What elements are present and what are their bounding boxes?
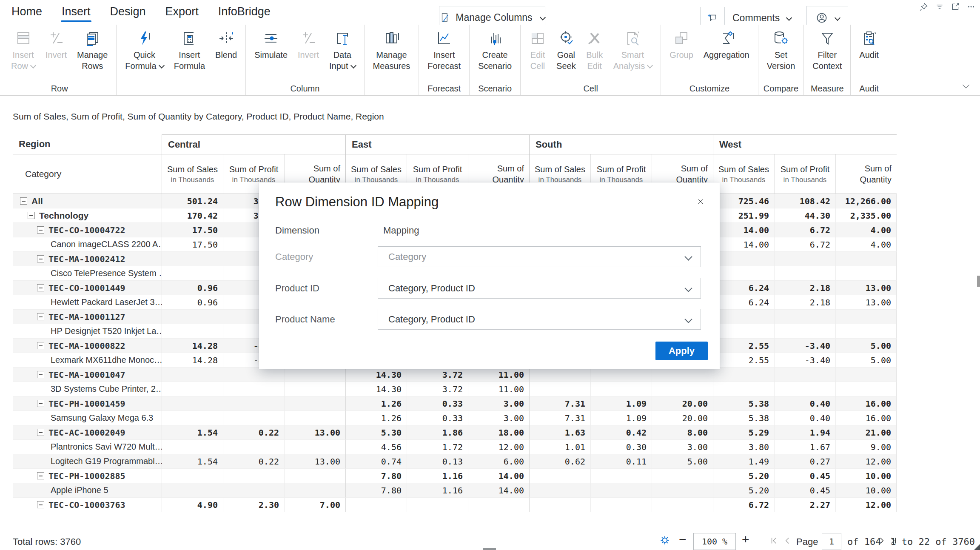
- data-cell[interactable]: [713, 310, 774, 324]
- previous-page-icon[interactable]: [783, 536, 792, 545]
- data-cell[interactable]: [713, 266, 774, 281]
- gear-icon[interactable]: [658, 534, 671, 547]
- collapse-toggle-icon[interactable]: [37, 429, 44, 436]
- zoom-level-input[interactable]: [693, 533, 736, 550]
- data-cell[interactable]: [162, 324, 223, 339]
- more-dots-icon[interactable]: [966, 2, 976, 11]
- data-cell[interactable]: [590, 498, 652, 512]
- data-cell[interactable]: [284, 440, 345, 454]
- data-cell[interactable]: [162, 382, 223, 396]
- collapse-toggle-icon[interactable]: [37, 342, 44, 349]
- row-header[interactable]: 3D Systems Cube Printer, 2…: [13, 382, 162, 396]
- row-header[interactable]: Hewlett Packard LaserJet 3…: [13, 295, 162, 310]
- data-cell[interactable]: 2,335.00: [835, 208, 897, 223]
- data-cell[interactable]: 13.00: [284, 425, 345, 440]
- data-cell[interactable]: 1.16: [407, 469, 468, 483]
- data-cell[interactable]: 20.00: [652, 411, 713, 425]
- data-cell[interactable]: 0.22: [223, 425, 284, 440]
- data-cell[interactable]: 4.00: [835, 223, 897, 237]
- data-cell[interactable]: 1.09: [590, 411, 652, 425]
- data-cell[interactable]: [590, 368, 652, 382]
- data-cell[interactable]: 17.50: [162, 237, 223, 252]
- data-cell[interactable]: 3.00: [652, 440, 713, 454]
- collapse-toggle-icon[interactable]: [37, 472, 44, 479]
- collapse-toggle-icon[interactable]: [37, 400, 44, 407]
- data-cell[interactable]: [652, 469, 713, 483]
- data-cell[interactable]: [652, 498, 713, 512]
- data-cell[interactable]: 2.30: [223, 498, 284, 512]
- data-cell[interactable]: 14.28: [162, 353, 223, 368]
- data-cell[interactable]: 14.00: [468, 469, 529, 483]
- data-cell[interactable]: [590, 469, 652, 483]
- mapping-select[interactable]: Category, Product ID: [378, 278, 701, 299]
- menu-tab-design[interactable]: Design: [109, 1, 147, 24]
- data-cell[interactable]: 14.00: [713, 223, 774, 237]
- data-cell[interactable]: [835, 324, 897, 339]
- data-cell[interactable]: 4.56: [345, 440, 407, 454]
- row-header[interactable]: TEC-PH-10002885: [13, 469, 162, 483]
- data-cell[interactable]: 12.00: [835, 454, 897, 469]
- row-header[interactable]: TEC-CO-10004722: [13, 223, 162, 237]
- data-cell[interactable]: [284, 396, 345, 411]
- data-cell[interactable]: 5.29: [713, 425, 774, 440]
- data-cell[interactable]: [652, 368, 713, 382]
- data-cell[interactable]: 1.54: [162, 425, 223, 440]
- data-cell[interactable]: 6.72: [774, 237, 835, 252]
- menu-tab-export[interactable]: Export: [165, 1, 199, 24]
- data-cell[interactable]: [529, 483, 590, 498]
- data-cell[interactable]: 7.31: [529, 396, 590, 411]
- data-cell[interactable]: 0.45: [774, 483, 835, 498]
- data-cell[interactable]: 5.20: [713, 469, 774, 483]
- ribbon-blend-button[interactable]: Blend: [210, 30, 242, 71]
- data-cell[interactable]: 4.00: [835, 237, 897, 252]
- data-cell[interactable]: [774, 310, 835, 324]
- data-cell[interactable]: 5.38: [713, 396, 774, 411]
- collapse-toggle-icon[interactable]: [20, 197, 27, 205]
- data-cell[interactable]: 17.50: [162, 223, 223, 237]
- data-cell[interactable]: 0.11: [590, 454, 652, 469]
- data-cell[interactable]: 8.00: [652, 425, 713, 440]
- data-cell[interactable]: 0.40: [774, 411, 835, 425]
- data-cell[interactable]: [162, 396, 223, 411]
- data-cell[interactable]: 0.27: [774, 454, 835, 469]
- ribbon-insert-formula-button[interactable]: InsertFormula: [169, 30, 210, 71]
- data-cell[interactable]: -3.40: [774, 339, 835, 353]
- data-cell[interactable]: 251.99: [713, 208, 774, 223]
- data-cell[interactable]: [713, 382, 774, 396]
- zoom-out-button[interactable]: −: [679, 532, 687, 547]
- data-cell[interactable]: 11.00: [468, 368, 529, 382]
- data-cell[interactable]: 1.94: [774, 425, 835, 440]
- data-cell[interactable]: 2.18: [774, 281, 835, 295]
- data-cell[interactable]: 2.27: [774, 498, 835, 512]
- row-header[interactable]: Logitech G19 Programmabl…: [13, 454, 162, 469]
- ribbon-filter-context-button[interactable]: FilterContext: [807, 30, 847, 71]
- menu-tab-infobridge[interactable]: InfoBridge: [217, 1, 271, 24]
- next-page-icon[interactable]: [877, 536, 886, 545]
- data-cell[interactable]: 1.26: [345, 396, 407, 411]
- ribbon-create-scenario-button[interactable]: CreateScenario: [473, 30, 517, 71]
- data-cell[interactable]: [162, 440, 223, 454]
- data-cell[interactable]: 14.30: [345, 382, 407, 396]
- data-cell[interactable]: 9.00: [835, 440, 897, 454]
- collapse-ribbon-icon[interactable]: [960, 81, 971, 92]
- data-cell[interactable]: 0.42: [590, 425, 652, 440]
- pin-icon[interactable]: [919, 2, 929, 11]
- row-header[interactable]: TEC-CO-10003763: [13, 498, 162, 512]
- data-cell[interactable]: 3.72: [407, 368, 468, 382]
- data-cell[interactable]: 6.72: [713, 498, 774, 512]
- data-cell[interactable]: 170.42: [162, 208, 223, 223]
- data-cell[interactable]: 0.33: [407, 396, 468, 411]
- data-cell[interactable]: [284, 411, 345, 425]
- data-cell[interactable]: 0.30: [590, 440, 652, 454]
- data-cell[interactable]: 7.31: [529, 411, 590, 425]
- data-cell[interactable]: 3.72: [407, 382, 468, 396]
- data-cell[interactable]: 14.30: [345, 368, 407, 382]
- data-cell[interactable]: 0.45: [774, 469, 835, 483]
- data-cell[interactable]: 2.55: [713, 339, 774, 353]
- data-cell[interactable]: [835, 368, 897, 382]
- data-cell[interactable]: [774, 324, 835, 339]
- data-cell[interactable]: 18.00: [468, 425, 529, 440]
- data-cell[interactable]: 3.00: [468, 411, 529, 425]
- ribbon-insert-forecast-button[interactable]: InsertForecast: [422, 30, 466, 71]
- data-cell[interactable]: 0.96: [162, 281, 223, 295]
